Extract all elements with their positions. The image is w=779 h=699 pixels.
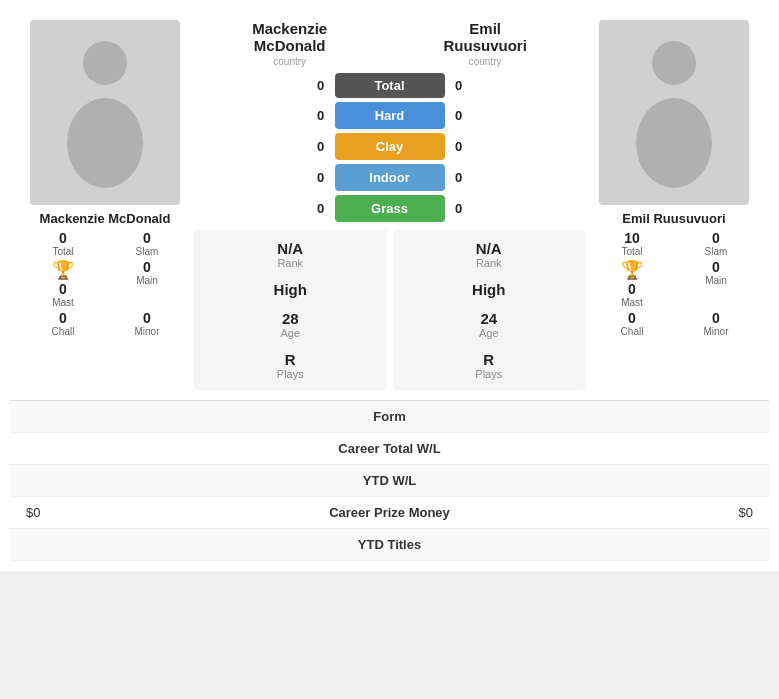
bottom-stats: Form Career Total W/L YTD W/L $0 Career … [10,400,769,561]
career-prize-label: Career Prize Money [208,505,572,520]
right-header-name: EmilRuusuvuori [443,20,526,54]
left-trophy-icon: 🏆 [26,259,100,281]
form-label: Form [171,409,607,424]
left-chall-label: Chall [26,326,100,337]
left-form-block: High [274,281,307,298]
left-minor-label: Minor [110,326,184,337]
right-age-lbl: Age [479,327,499,339]
right-slam-value: 0 [679,230,753,246]
right-minor-value: 0 [679,310,753,326]
svg-point-1 [67,98,143,188]
left-main-label: Main [110,275,184,286]
right-plays-lbl: Plays [475,368,502,380]
right-player-avatar [599,20,749,205]
clay-left-score: 0 [311,139,331,154]
right-plays-val: R [475,351,502,368]
career-prize-right: $0 [571,505,753,520]
right-rank-val: N/A [476,240,502,257]
left-form-val: High [274,281,307,298]
left-player-card: Mackenzie McDonald 0 Total 0 Slam 🏆 0 Ma… [20,20,190,337]
indoor-left-score: 0 [311,170,331,185]
hard-btn[interactable]: Hard [335,102,445,129]
hard-row: 0 Hard 0 [194,102,585,129]
left-country: country [252,56,327,67]
left-slam-value: 0 [110,230,184,246]
ytd-wl-row: YTD W/L [10,465,769,497]
left-slam-label: Slam [110,246,184,257]
right-rank-lbl: Rank [476,257,502,269]
total-right-score: 0 [449,78,469,93]
grass-row: 0 Grass 0 [194,195,585,222]
left-age-lbl: Age [280,327,300,339]
left-total-label: Total [26,246,100,257]
right-trophy-icon: 🏆 [595,259,669,281]
total-btn[interactable]: Total [335,73,445,98]
right-plays-block: R Plays [475,351,502,380]
grass-right-score: 0 [449,201,469,216]
right-chall-value: 0 [595,310,669,326]
left-rank-val: N/A [277,240,303,257]
right-age-block: 24 Age [479,310,499,339]
left-header-name: MackenzieMcDonald [252,20,327,54]
left-player-stats: 0 Total 0 Slam 🏆 0 Mast 0 Main 0 [20,230,190,337]
left-rank-lbl: Rank [277,257,303,269]
indoor-btn[interactable]: Indoor [335,164,445,191]
right-main-value: 0 [679,259,753,275]
svg-point-3 [636,98,712,188]
indoor-row: 0 Indoor 0 [194,164,585,191]
right-age-val: 24 [479,310,499,327]
total-row: 0 Total 0 [194,73,585,98]
total-left-score: 0 [311,78,331,93]
left-player-avatar [30,20,180,205]
clay-right-score: 0 [449,139,469,154]
right-total-value: 10 [595,230,669,246]
left-plays-val: R [277,351,304,368]
hard-right-score: 0 [449,108,469,123]
ytd-titles-row: YTD Titles [10,529,769,561]
ytd-titles-label: YTD Titles [208,537,572,552]
left-age-val: 28 [280,310,300,327]
right-chall-label: Chall [595,326,669,337]
svg-point-2 [652,41,696,85]
left-age-block: 28 Age [280,310,300,339]
left-player-name: Mackenzie McDonald [40,211,171,226]
left-minor-value: 0 [110,310,184,326]
grass-left-score: 0 [311,201,331,216]
right-mast-label: Mast [595,297,669,308]
right-country: country [443,56,526,67]
clay-row: 0 Clay 0 [194,133,585,160]
left-mast-label: Mast [26,297,100,308]
right-player-stats: 10 Total 0 Slam 🏆 0 Mast 0 Main 0 [589,230,759,337]
right-player-card: Emil Ruusuvuori 10 Total 0 Slam 🏆 0 Mast… [589,20,759,337]
right-main-label: Main [679,275,753,286]
right-slam-label: Slam [679,246,753,257]
career-wl-label: Career Total W/L [208,441,572,456]
right-form-block: High [472,281,505,298]
right-player-name: Emil Ruusuvuori [622,211,725,226]
form-row: Form [10,401,769,433]
left-rank-block: N/A Rank [277,240,303,269]
left-plays-lbl: Plays [277,368,304,380]
right-rank-block: N/A Rank [476,240,502,269]
indoor-right-score: 0 [449,170,469,185]
right-total-label: Total [595,246,669,257]
clay-btn[interactable]: Clay [335,133,445,160]
surfaces-section: 0 Total 0 0 Hard 0 0 Clay 0 0 [194,73,585,222]
ytd-wl-label: YTD W/L [208,473,572,488]
career-prize-row: $0 Career Prize Money $0 [10,497,769,529]
grass-btn[interactable]: Grass [335,195,445,222]
right-mast-value: 0 [595,281,669,297]
right-minor-label: Minor [679,326,753,337]
left-plays-block: R Plays [277,351,304,380]
right-form-val: High [472,281,505,298]
left-chall-value: 0 [26,310,100,326]
left-mast-value: 0 [26,281,100,297]
svg-point-0 [83,41,127,85]
hard-left-score: 0 [311,108,331,123]
left-total-value: 0 [26,230,100,246]
career-prize-left: $0 [26,505,208,520]
left-main-value: 0 [110,259,184,275]
career-wl-row: Career Total W/L [10,433,769,465]
